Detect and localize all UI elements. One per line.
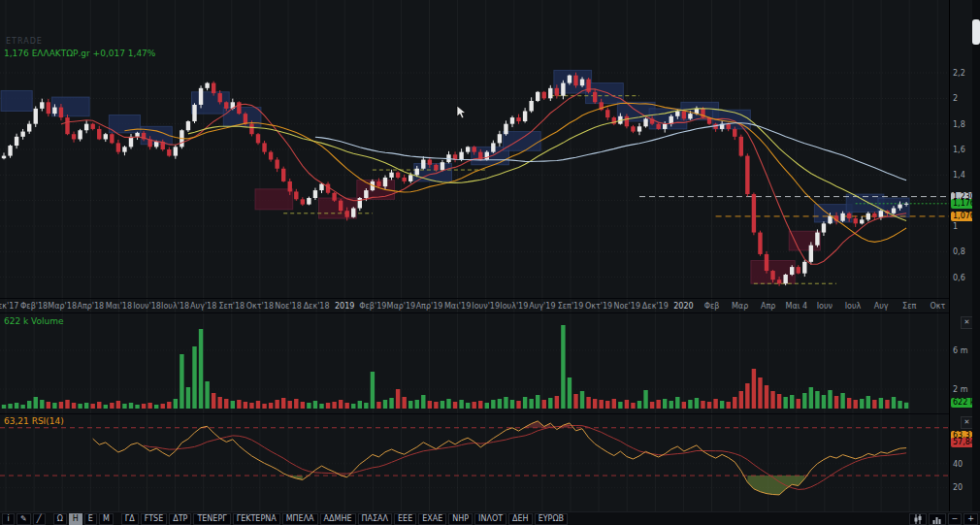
time-axis-label: Οκτ [930,302,945,311]
axis-tick-label: 1,6 [953,146,965,154]
ticker-ΠΑΣΑΛ-button[interactable]: ΠΑΣΑΛ [358,513,393,525]
time-axis-label: Δεκ'17 [0,302,18,311]
axis-tick-label: 40 [953,460,963,469]
ticker-ΤΕΝΕΡΓ-button[interactable]: ΤΕΝΕΡΓ [193,513,230,525]
draw-trendline-button[interactable]: ╱ [33,513,46,525]
time-axis-label: Φεβ'19 [359,302,386,311]
time-axis-label: Δεκ'18 [304,302,330,311]
trading-app-root: ETRADE 1,176 ΕΛΛΑΚΤΩΡ.gr +0,017 1,47% 62… [0,0,980,525]
ticker-ΕΕΕ-button[interactable]: ΕΕΕ [394,513,416,525]
axis-tick-label: 20 [953,483,963,492]
time-axis-label: Ιουλ'18 [161,302,189,311]
timeframe-Η-button[interactable]: Η [69,513,82,525]
ticker-ΔΤΡ-button[interactable]: ΔΤΡ [169,513,191,525]
time-axis-label: Μαι'19 [444,302,471,311]
rsi-indicator-label: 63,21 RSI(14) [4,416,64,426]
time-axis-label: Αυγ'19 [529,302,555,311]
ticker-ΓΕΚΤΕΡΝΑ-button[interactable]: ΓΕΚΤΕΡΝΑ [233,513,280,525]
time-axis-label: Σεπ'19 [558,302,584,311]
time-axis-label: Φεβ'18 [20,302,48,311]
time-axis-label: Οκτ'18 [246,302,274,311]
axis-tick-label: 2 [953,94,958,103]
ticker-ΓΔ-button[interactable]: ΓΔ [121,513,139,525]
time-axis-label: 2020 [673,302,693,311]
time-axis-label: Μαρ [732,302,748,311]
info-button[interactable]: i [2,513,15,525]
platform-watermark: ETRADE [6,37,43,46]
time-axis-label: Ιουν [817,302,833,311]
axis-tick-label: 1,4 [953,171,965,180]
timeframe-Μ-button[interactable]: Μ [99,513,114,525]
time-axis-label: Νοε'18 [275,302,302,311]
time-axis-label: Ιουλ [845,302,862,311]
axis-tick-label: 2 m [953,385,967,394]
chart-style-candles-icon[interactable] [909,513,927,525]
panel-separator [0,413,949,414]
time-axis-label: Απρ [761,302,775,311]
time-axis-label: Νοε'19 [613,302,640,311]
time-axis-label: Μαρ'19 [387,302,416,311]
ticker-ΝΗΡ-button[interactable]: ΝΗΡ [448,513,473,525]
time-axis-label: Μαρ'18 [48,302,77,311]
time-axis-label: Οκτ'19 [585,302,612,311]
time-axis-label: Αυγ'18 [190,302,216,311]
timeframe-Ω-button[interactable]: Ω [53,513,67,525]
ticker-ΜΠΕΛΑ-button[interactable]: ΜΠΕΛΑ [282,513,318,525]
symbol-price-label: 1,176 ΕΛΛΑΚΤΩΡ.gr +0,017 1,47% [4,49,155,58]
axis-tick-label: 2,2 [953,69,965,78]
time-axis-label: Σεπ'18 [219,302,245,311]
axis-tick-label: 0,6 [953,274,965,282]
time-axis-label: Φεβ [704,302,720,311]
ticker-FTSE-button[interactable]: FTSE [141,513,167,525]
axis-tick-label: 6 m [953,346,967,355]
time-axis-label: 2019 [335,302,354,311]
time-axis-label: Μαι 4 [786,302,808,311]
axis-tick-label: 0,8 [953,247,965,256]
toolbar-left-group: i✎╱ΩΗΕΜΓΔFTSEΔΤΡΤΕΝΕΡΓΓΕΚΤΕΡΝΑΜΠΕΛΑΑΔΜΗΕ… [2,513,568,525]
time-axis-label: Απρ'19 [416,302,443,311]
time-axis-label: Ιουλ'19 [500,302,528,311]
ticker-ΕΧΑΕ-button[interactable]: ΕΧΑΕ [418,513,446,525]
axis-tick-label: 1,8 [953,120,965,129]
draw-pencil-button[interactable]: ✎ [16,513,31,525]
ticker-ΙΝΛΟΤ-button[interactable]: ΙΝΛΟΤ [474,513,506,525]
time-axis-label: Ιουν'19 [472,302,500,311]
volume-bars-icon[interactable] [929,513,946,525]
ticker-ΔΕΗ-button[interactable]: ΔΕΗ [508,513,533,525]
ticker-ΕΥΡΩΒ-button[interactable]: ΕΥΡΩΒ [535,513,568,525]
time-axis[interactable]: Δεκ'17Φεβ'18Μαρ'18Απρ'18Μαι'18Ιουν'18Ιου… [0,299,949,313]
time-axis-label: Σεπ [902,302,916,311]
timeframe-Ε-button[interactable]: Ε [84,513,97,525]
volume-indicator-label: 622 k Volume [4,316,64,326]
chart-scrollbar[interactable] [972,0,980,511]
time-axis-label: Ιουν'18 [133,302,161,311]
axis-tick-label: 1 [953,222,958,231]
zoom-in-button[interactable]: + [964,513,978,525]
scrollbar-thumb[interactable] [972,19,980,45]
mouse-cursor [456,105,468,124]
time-axis-label: Μαι'18 [106,302,132,311]
time-axis-label: Δεκ'19 [642,302,669,311]
zoom-out-button[interactable]: − [948,513,963,525]
chart-plot[interactable] [0,0,949,511]
ticker-ΑΔΜΗΕ-button[interactable]: ΑΔΜΗΕ [320,513,356,525]
time-axis-label: Απρ'18 [77,302,104,311]
time-axis-label: Αυγ [874,302,889,311]
bottom-toolbar: i✎╱ΩΗΕΜΓΔFTSEΔΤΡΤΕΝΕΡΓΓΕΚΤΕΡΝΑΜΠΕΛΑΑΔΜΗΕ… [0,511,980,525]
toolbar-right-group: − + [909,513,978,525]
